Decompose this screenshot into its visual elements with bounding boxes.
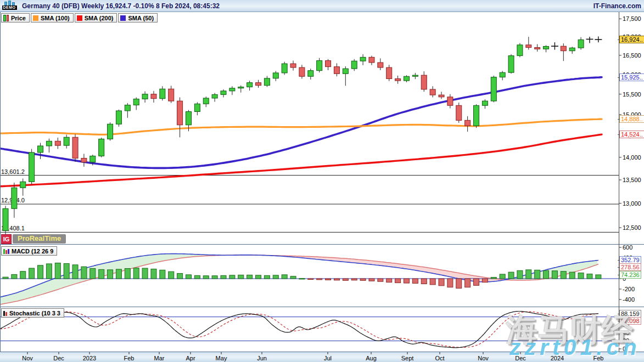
candle [430, 86, 435, 97]
macd-signal-value-label: 278.56 [619, 263, 641, 271]
candle [64, 135, 69, 149]
candle [99, 138, 104, 157]
month-label: Mar [154, 355, 165, 361]
candle [395, 76, 401, 84]
candle [343, 66, 348, 86]
candle [595, 36, 602, 42]
legend-label: SMA (50) [128, 15, 154, 21]
candle [29, 149, 35, 185]
candle [203, 97, 209, 107]
chart-window: 13,601.212,984.012,408.117,50017,00016,5… [0, 0, 644, 362]
candle [229, 86, 235, 95]
candle [133, 98, 139, 110]
price-tick-label: 12,500 [623, 224, 641, 231]
price-tick-label: 15,500 [623, 91, 641, 98]
candle [221, 89, 226, 98]
sma-swatch-icon [77, 15, 82, 21]
month-label: Dec [53, 355, 64, 361]
last-value-label: 16,924.. [619, 36, 644, 43]
candle [38, 143, 43, 159]
stochastic-panel[interactable] [0, 311, 619, 348]
candle [55, 138, 60, 149]
legend-label: SMA (200) [85, 15, 114, 21]
month-label: Feb [593, 355, 604, 361]
price-axis[interactable]: 17,50017,00016,50016,00015,50015,00014,5… [619, 15, 641, 231]
macd-line-value-label: 352.79 [619, 256, 641, 264]
month-label: Sept [401, 355, 414, 361]
candle [334, 63, 339, 76]
candle [474, 104, 479, 128]
macd-hist-value-label: 74.236 [619, 271, 641, 279]
month-label: Jun [257, 355, 267, 361]
candle [108, 122, 113, 140]
candle [404, 75, 409, 82]
macd-label: MACD (12 26 9 [12, 248, 53, 254]
month-label: 2023 [83, 355, 96, 361]
sma-100-line [0, 119, 602, 134]
macd-indicator-chip[interactable]: MACD (12 26 9 [1, 246, 57, 256]
candle [551, 42, 558, 50]
brand-link[interactable]: IT-Finance.com [593, 2, 641, 10]
title-bar: DEMO Germany 40 (DFB) Weekly 16,924.7 -0… [0, 0, 644, 12]
candle [561, 43, 566, 61]
candle [142, 92, 148, 103]
candle [308, 69, 313, 80]
candle [256, 80, 261, 88]
candle [12, 183, 17, 218]
indicator-legend: PriceSMA (100)SMA (200)SMA (50) [1, 13, 158, 22]
sma50-value-label: 15,925.. [619, 73, 644, 81]
stochastic-label: Stochastic (10 3 3 [9, 310, 60, 316]
candle [491, 76, 496, 102]
candle [72, 134, 78, 162]
candle [20, 178, 26, 195]
month-label: 2024 [551, 355, 564, 361]
legend-chip-sma-50[interactable]: SMA (50) [118, 13, 158, 22]
demo-badge: DEMO [1, 2, 18, 10]
legend-chip-sma-100[interactable]: SMA (100) [31, 13, 74, 22]
candle [535, 44, 540, 52]
candle [378, 58, 383, 70]
chart-canvas[interactable]: 13,601.212,984.012,408.117,50017,00016,5… [0, 0, 644, 362]
stoch-tick-label: 40 [623, 330, 629, 336]
macd-shading [264, 255, 503, 282]
candle [151, 91, 156, 103]
prorealtime-logo[interactable]: IG ProRealTime [1, 234, 66, 244]
sma-50-line [0, 77, 602, 168]
price-tick-label: 13,500 [623, 177, 641, 183]
candle [456, 103, 462, 123]
candle [517, 43, 523, 57]
candle [439, 92, 444, 99]
candle [116, 110, 121, 127]
candle [447, 94, 453, 109]
time-axis[interactable]: NovDec2023FebMarAprMayJunJulAugSeptOctNo… [22, 352, 603, 361]
candle [569, 47, 575, 54]
sma-swatch-icon [120, 15, 126, 21]
legend-chip-price[interactable]: Price [1, 13, 30, 22]
candle [482, 99, 488, 109]
price-tick-label: 14,000 [623, 154, 641, 161]
stochastic-indicator-chip[interactable]: Stochastic (10 3 3 [1, 308, 64, 318]
candle [282, 62, 287, 75]
month-label: Apr [186, 355, 195, 361]
stoch-tick-label: 0 [623, 346, 626, 352]
candle [351, 59, 357, 71]
price-panel[interactable]: 13,601.212,984.012,408.1 [0, 168, 619, 233]
sma200-value-label: 14,524.. [619, 131, 644, 138]
month-label: Aug [366, 355, 377, 361]
candle [160, 86, 165, 100]
month-label: Nov [478, 355, 489, 361]
stoch-k-line [0, 311, 598, 348]
prorealtime-label: ProRealTime [13, 234, 66, 244]
stoch-tick-label: 20 [623, 337, 629, 344]
candle [544, 46, 549, 53]
candle [3, 206, 8, 238]
candle [586, 37, 593, 43]
price-series-icon [3, 15, 9, 21]
demo-label: DEMO [2, 5, 17, 10]
legend-chip-sma-200[interactable]: SMA (200) [75, 13, 117, 22]
candle [317, 58, 322, 72]
candle [299, 65, 305, 78]
macd-tick-label: -400 [623, 296, 635, 303]
ig-logo-icon: IG [1, 234, 12, 244]
candle [273, 71, 278, 81]
